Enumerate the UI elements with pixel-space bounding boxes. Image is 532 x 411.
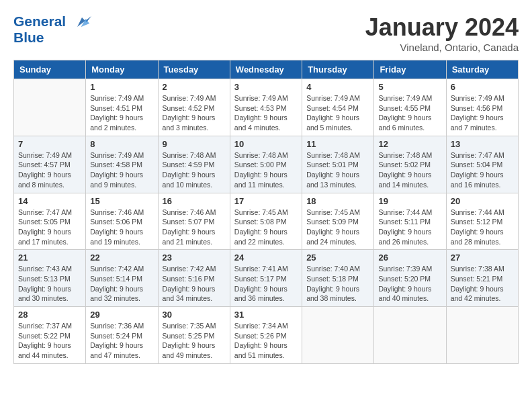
day-detail: Sunrise: 7:37 AMSunset: 5:22 PMDaylight:… bbox=[18, 321, 81, 361]
day-number: 27 bbox=[451, 253, 514, 263]
day-detail: Sunrise: 7:49 AMSunset: 4:56 PMDaylight:… bbox=[451, 93, 514, 133]
day-detail: Sunrise: 7:42 AMSunset: 5:16 PMDaylight:… bbox=[163, 264, 226, 304]
calendar-week-row: 1Sunrise: 7:49 AMSunset: 4:51 PMDaylight… bbox=[14, 79, 519, 136]
calendar-cell: 22Sunrise: 7:42 AMSunset: 5:14 PMDayligh… bbox=[86, 250, 158, 307]
day-detail: Sunrise: 7:48 AMSunset: 5:01 PMDaylight:… bbox=[306, 150, 369, 190]
day-number: 16 bbox=[163, 196, 226, 206]
day-number: 17 bbox=[234, 196, 298, 206]
day-number: 5 bbox=[378, 82, 441, 92]
day-detail: Sunrise: 7:39 AMSunset: 5:20 PMDaylight:… bbox=[378, 264, 441, 304]
day-detail: Sunrise: 7:46 AMSunset: 5:07 PMDaylight:… bbox=[163, 208, 226, 247]
month-title: January 2024 bbox=[365, 13, 519, 42]
day-detail: Sunrise: 7:49 AMSunset: 4:54 PMDaylight:… bbox=[306, 93, 369, 133]
calendar-cell: 4Sunrise: 7:49 AMSunset: 4:54 PMDaylight… bbox=[302, 79, 374, 136]
calendar-cell: 17Sunrise: 7:45 AMSunset: 5:08 PMDayligh… bbox=[230, 193, 302, 250]
day-detail: Sunrise: 7:34 AMSunset: 5:26 PMDaylight:… bbox=[234, 321, 298, 361]
day-detail: Sunrise: 7:45 AMSunset: 5:08 PMDaylight:… bbox=[234, 208, 298, 247]
calendar-cell: 6Sunrise: 7:49 AMSunset: 4:56 PMDaylight… bbox=[446, 79, 518, 136]
calendar-cell: 14Sunrise: 7:47 AMSunset: 5:05 PMDayligh… bbox=[14, 193, 86, 250]
weekday-header-wednesday: Wednesday bbox=[230, 60, 302, 79]
day-detail: Sunrise: 7:36 AMSunset: 5:24 PMDaylight:… bbox=[90, 321, 153, 361]
day-number: 21 bbox=[18, 253, 81, 263]
day-detail: Sunrise: 7:42 AMSunset: 5:14 PMDaylight:… bbox=[90, 264, 153, 304]
weekday-header-monday: Monday bbox=[86, 60, 158, 79]
day-detail: Sunrise: 7:49 AMSunset: 4:55 PMDaylight:… bbox=[378, 93, 441, 133]
day-detail: Sunrise: 7:48 AMSunset: 4:59 PMDaylight:… bbox=[163, 150, 226, 190]
calendar-cell: 10Sunrise: 7:48 AMSunset: 5:00 PMDayligh… bbox=[230, 136, 302, 193]
calendar-cell: 2Sunrise: 7:49 AMSunset: 4:52 PMDaylight… bbox=[158, 79, 230, 136]
calendar-cell: 16Sunrise: 7:46 AMSunset: 5:07 PMDayligh… bbox=[158, 193, 230, 250]
calendar-cell: 27Sunrise: 7:38 AMSunset: 5:21 PMDayligh… bbox=[446, 250, 518, 307]
calendar-cell bbox=[374, 307, 446, 364]
day-number: 13 bbox=[451, 139, 514, 149]
day-detail: Sunrise: 7:40 AMSunset: 5:18 PMDaylight:… bbox=[306, 264, 369, 304]
day-number: 4 bbox=[306, 82, 369, 92]
day-number: 19 bbox=[378, 196, 441, 206]
day-detail: Sunrise: 7:44 AMSunset: 5:12 PMDaylight:… bbox=[451, 208, 514, 247]
title-block: January 2024 Vineland, Ontario, Canada bbox=[365, 13, 519, 53]
calendar-cell: 19Sunrise: 7:44 AMSunset: 5:11 PMDayligh… bbox=[374, 193, 446, 250]
day-number: 6 bbox=[451, 82, 514, 92]
day-number: 18 bbox=[306, 196, 369, 206]
calendar-cell: 25Sunrise: 7:40 AMSunset: 5:18 PMDayligh… bbox=[302, 250, 374, 307]
calendar-cell: 8Sunrise: 7:49 AMSunset: 4:58 PMDaylight… bbox=[86, 136, 158, 193]
calendar-cell: 3Sunrise: 7:49 AMSunset: 4:53 PMDaylight… bbox=[230, 79, 302, 136]
calendar-cell: 5Sunrise: 7:49 AMSunset: 4:55 PMDaylight… bbox=[374, 79, 446, 136]
day-number: 25 bbox=[306, 253, 369, 263]
calendar-header-row: SundayMondayTuesdayWednesdayThursdayFrid… bbox=[14, 60, 519, 79]
calendar-cell: 13Sunrise: 7:47 AMSunset: 5:04 PMDayligh… bbox=[446, 136, 518, 193]
day-number: 22 bbox=[90, 253, 153, 263]
day-detail: Sunrise: 7:46 AMSunset: 5:06 PMDaylight:… bbox=[90, 208, 153, 247]
day-number: 31 bbox=[234, 310, 298, 320]
calendar-cell: 7Sunrise: 7:49 AMSunset: 4:57 PMDaylight… bbox=[14, 136, 86, 193]
page-header: General Blue January 2024 Vineland, Onta… bbox=[13, 13, 519, 53]
day-detail: Sunrise: 7:38 AMSunset: 5:21 PMDaylight:… bbox=[451, 264, 514, 304]
calendar-cell: 30Sunrise: 7:35 AMSunset: 5:25 PMDayligh… bbox=[158, 307, 230, 364]
logo-text: General bbox=[13, 13, 91, 30]
calendar-cell: 31Sunrise: 7:34 AMSunset: 5:26 PMDayligh… bbox=[230, 307, 302, 364]
calendar-cell: 1Sunrise: 7:49 AMSunset: 4:51 PMDaylight… bbox=[86, 79, 158, 136]
day-detail: Sunrise: 7:41 AMSunset: 5:17 PMDaylight:… bbox=[234, 264, 298, 304]
day-number: 15 bbox=[90, 196, 153, 206]
calendar-cell bbox=[446, 307, 518, 364]
day-number: 24 bbox=[234, 253, 298, 263]
calendar-cell: 24Sunrise: 7:41 AMSunset: 5:17 PMDayligh… bbox=[230, 250, 302, 307]
day-detail: Sunrise: 7:48 AMSunset: 5:00 PMDaylight:… bbox=[234, 150, 298, 190]
weekday-header-tuesday: Tuesday bbox=[158, 60, 230, 79]
day-detail: Sunrise: 7:49 AMSunset: 4:51 PMDaylight:… bbox=[90, 93, 153, 133]
day-detail: Sunrise: 7:47 AMSunset: 5:04 PMDaylight:… bbox=[451, 150, 514, 190]
day-number: 2 bbox=[163, 82, 226, 92]
day-detail: Sunrise: 7:49 AMSunset: 4:52 PMDaylight:… bbox=[163, 93, 226, 133]
day-number: 12 bbox=[378, 139, 441, 149]
calendar-cell: 21Sunrise: 7:43 AMSunset: 5:13 PMDayligh… bbox=[14, 250, 86, 307]
day-detail: Sunrise: 7:35 AMSunset: 5:25 PMDaylight:… bbox=[163, 321, 226, 361]
weekday-header-sunday: Sunday bbox=[14, 60, 86, 79]
calendar-cell: 26Sunrise: 7:39 AMSunset: 5:20 PMDayligh… bbox=[374, 250, 446, 307]
day-detail: Sunrise: 7:49 AMSunset: 4:53 PMDaylight:… bbox=[234, 93, 298, 133]
day-detail: Sunrise: 7:45 AMSunset: 5:09 PMDaylight:… bbox=[306, 208, 369, 247]
logo: General Blue bbox=[13, 13, 91, 46]
day-number: 26 bbox=[378, 253, 441, 263]
day-number: 3 bbox=[234, 82, 298, 92]
day-detail: Sunrise: 7:44 AMSunset: 5:11 PMDaylight:… bbox=[378, 208, 441, 247]
calendar-cell: 15Sunrise: 7:46 AMSunset: 5:06 PMDayligh… bbox=[86, 193, 158, 250]
calendar-cell: 12Sunrise: 7:48 AMSunset: 5:02 PMDayligh… bbox=[374, 136, 446, 193]
day-number: 10 bbox=[234, 139, 298, 149]
calendar-cell: 23Sunrise: 7:42 AMSunset: 5:16 PMDayligh… bbox=[158, 250, 230, 307]
day-number: 14 bbox=[18, 196, 81, 206]
calendar-week-row: 7Sunrise: 7:49 AMSunset: 4:57 PMDaylight… bbox=[14, 136, 519, 193]
day-number: 8 bbox=[90, 139, 153, 149]
calendar-cell: 11Sunrise: 7:48 AMSunset: 5:01 PMDayligh… bbox=[302, 136, 374, 193]
day-number: 20 bbox=[451, 196, 514, 206]
day-number: 30 bbox=[163, 310, 226, 320]
day-number: 11 bbox=[306, 139, 369, 149]
day-detail: Sunrise: 7:49 AMSunset: 4:57 PMDaylight:… bbox=[18, 150, 81, 190]
day-detail: Sunrise: 7:47 AMSunset: 5:05 PMDaylight:… bbox=[18, 208, 81, 247]
logo-bird-icon bbox=[73, 15, 91, 30]
day-detail: Sunrise: 7:48 AMSunset: 5:02 PMDaylight:… bbox=[378, 150, 441, 190]
day-detail: Sunrise: 7:43 AMSunset: 5:13 PMDaylight:… bbox=[18, 264, 81, 304]
calendar-table: SundayMondayTuesdayWednesdayThursdayFrid… bbox=[13, 60, 519, 364]
calendar-cell: 9Sunrise: 7:48 AMSunset: 4:59 PMDaylight… bbox=[158, 136, 230, 193]
day-number: 7 bbox=[18, 139, 81, 149]
calendar-week-row: 28Sunrise: 7:37 AMSunset: 5:22 PMDayligh… bbox=[14, 307, 519, 364]
